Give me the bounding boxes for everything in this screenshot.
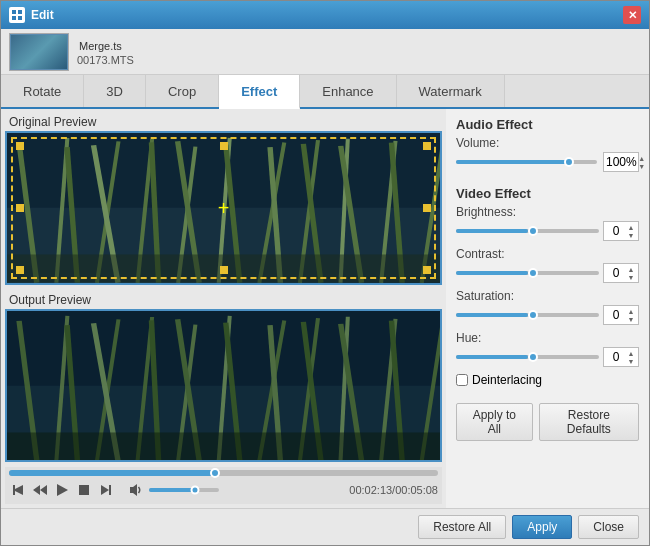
svg-rect-55 [79,485,89,495]
file-bar: Merge.ts 00173.MTS [1,29,649,75]
saturation-up[interactable]: ▲ [626,307,636,315]
saturation-down[interactable]: ▼ [626,315,636,323]
saturation-fill [456,313,528,317]
hue-down[interactable]: ▼ [626,357,636,365]
saturation-thumb[interactable] [528,310,538,320]
brightness-up[interactable]: ▲ [626,223,636,231]
restore-defaults-button[interactable]: Restore Defaults [539,403,639,441]
hue-spinners: ▲ ▼ [626,349,636,365]
volume-track-fill [456,160,569,164]
original-preview-video: + [5,131,442,285]
hue-param: Hue: 0 ▲ ▼ [456,331,639,367]
restore-all-button[interactable]: Restore All [418,515,506,539]
file-name-2: 00173.MTS [77,54,134,66]
svg-rect-1 [18,10,22,14]
brightness-label: Brightness: [456,205,639,219]
effect-action-buttons: Apply to All Restore Defaults [456,403,639,441]
crop-handle-br[interactable] [423,266,431,274]
contrast-slider[interactable] [456,271,599,275]
deinterlacing-row: Deinterlacing [456,373,639,387]
volume-slider[interactable] [149,488,219,492]
tab-crop[interactable]: Crop [146,75,219,107]
seekbar-thumb[interactable] [210,468,220,478]
tab-watermark[interactable]: Watermark [397,75,505,107]
crop-handle-mr[interactable] [423,204,431,212]
tab-bar: Rotate 3D Crop Effect Enhance Watermark [1,75,649,109]
play-button[interactable] [53,481,71,499]
title-bar: Edit ✕ [1,1,649,29]
hue-slider[interactable] [456,355,599,359]
svg-marker-58 [130,484,137,496]
hue-label: Hue: [456,331,639,345]
hue-thumb[interactable] [528,352,538,362]
volume-track-thumb[interactable] [564,157,574,167]
video-effect-label: Video Effect [456,186,639,201]
brightness-row: 0 ▲ ▼ [456,221,639,241]
time-display: 00:02:13/00:05:08 [349,484,438,496]
tab-enhance[interactable]: Enhance [300,75,396,107]
volume-thumb[interactable] [190,486,199,495]
volume-up-button[interactable]: ▲ [637,154,647,162]
svg-rect-3 [18,16,22,20]
saturation-slider[interactable] [456,313,599,317]
preview-area: Original Preview [1,109,446,508]
svg-rect-51 [13,485,15,495]
original-video-frame: + [7,133,440,283]
seekbar[interactable] [9,470,438,476]
close-window-button[interactable]: ✕ [623,6,641,24]
apply-to-all-button[interactable]: Apply to All [456,403,533,441]
volume-control-row: 100% ▲ ▼ [456,152,639,172]
contrast-up[interactable]: ▲ [626,265,636,273]
main-content: Original Preview [1,109,649,508]
deinterlacing-checkbox[interactable] [456,374,468,386]
skip-start-button[interactable] [9,481,27,499]
brightness-param: Brightness: 0 ▲ ▼ [456,205,639,241]
close-button[interactable]: Close [578,515,639,539]
volume-spinners: ▲ ▼ [637,154,647,170]
brightness-down[interactable]: ▼ [626,231,636,239]
apply-button[interactable]: Apply [512,515,572,539]
volume-track[interactable] [456,160,597,164]
output-video-frame [7,311,440,461]
playback-controls: 00:02:13/00:05:08 [9,479,438,501]
svg-marker-54 [57,484,68,496]
saturation-label: Saturation: [456,289,639,303]
saturation-param: Saturation: 0 ▲ ▼ [456,289,639,325]
output-preview-label: Output Preview [5,291,442,309]
crosshair: + [218,196,230,219]
contrast-thumb[interactable] [528,268,538,278]
svg-rect-0 [12,10,16,14]
tab-effect[interactable]: Effect [219,75,300,109]
stop-button[interactable] [75,481,93,499]
volume-value-box: 100% ▲ ▼ [603,152,639,172]
crop-handle-ml[interactable] [16,204,24,212]
contrast-down[interactable]: ▼ [626,273,636,281]
brightness-thumb[interactable] [528,226,538,236]
video-effect-section: Video Effect Brightness: 0 ▲ [456,186,639,387]
file-name-1: Merge.ts [73,38,134,54]
hue-up[interactable]: ▲ [626,349,636,357]
crop-handle-tl[interactable] [16,142,24,150]
hue-value-box: 0 ▲ ▼ [603,347,639,367]
crop-handle-bl[interactable] [16,266,24,274]
hue-row: 0 ▲ ▼ [456,347,639,367]
svg-marker-53 [40,485,47,495]
crop-handle-bm[interactable] [220,266,228,274]
rewind-button[interactable] [31,481,49,499]
saturation-row: 0 ▲ ▼ [456,305,639,325]
svg-rect-2 [12,16,16,20]
seekbar-fill [9,470,215,476]
contrast-fill [456,271,528,275]
tab-rotate[interactable]: Rotate [1,75,84,107]
crop-handle-tr[interactable] [423,142,431,150]
crop-handle-tm[interactable] [220,142,228,150]
svg-marker-57 [109,485,111,495]
output-preview-section: Output Preview [5,291,442,463]
svg-rect-49 [7,432,440,460]
volume-down-button[interactable]: ▼ [637,162,647,170]
skip-end-button[interactable] [97,481,115,499]
volume-label: Volume: [456,136,639,150]
contrast-label: Contrast: [456,247,639,261]
tab-3d[interactable]: 3D [84,75,146,107]
brightness-slider[interactable] [456,229,599,233]
